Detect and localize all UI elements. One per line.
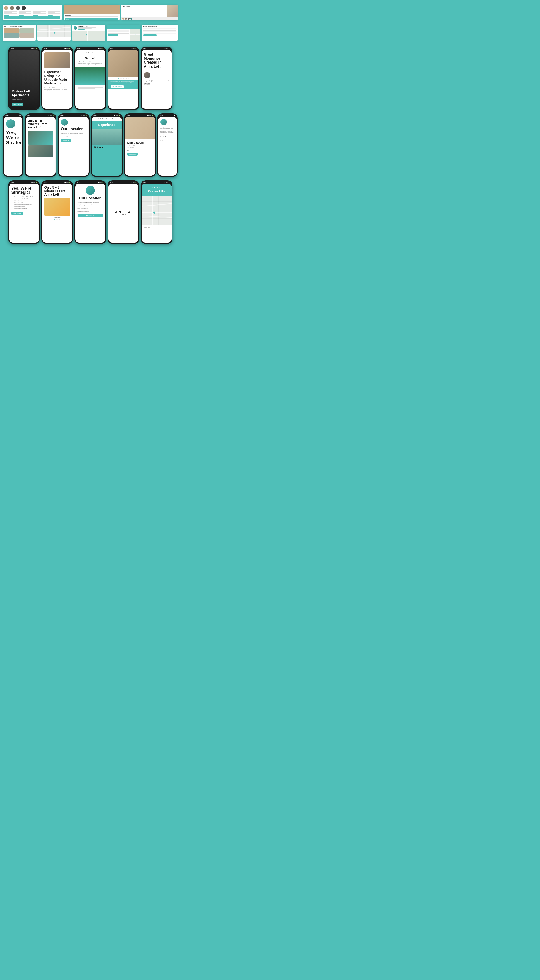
battery-icon: 🔋 [36, 182, 37, 183]
form-field-1[interactable] [108, 30, 129, 31]
phone-notch [19, 180, 29, 182]
phone-notch [86, 46, 95, 48]
btn-line [4, 15, 9, 16]
phone-icons: ▐▐ WiFi 🔋 [147, 115, 153, 116]
contact-submit-btn[interactable] [108, 35, 118, 36]
contact-road-v1 [152, 196, 153, 225]
battery-icon: 🔋 [168, 48, 170, 49]
wifi-icon: WiFi [33, 182, 35, 183]
experience-phone-content: A N I L A L O F T Experience Outdoor [92, 116, 122, 176]
dot-3 [31, 159, 32, 159]
strategic-partial-content: Yes, We're Strategic [4, 116, 22, 176]
signal-icon: ▐▐ [163, 48, 165, 49]
kitchen-btn[interactable]: Book Now [65, 18, 118, 20]
desc-line-1 [65, 16, 118, 17]
text-col-2 [19, 11, 31, 16]
phone-shell-strategic-full: 09:45 ▐▐ WiFi 🔋 Yes, We're Strategic! 30… [8, 180, 40, 244]
text-line [33, 13, 46, 14]
wifi-icon: WiFi [132, 182, 135, 183]
gi-field-1[interactable] [143, 28, 176, 29]
btn-line [33, 15, 38, 16]
dot-active [54, 220, 55, 220]
phone-icons: ▐▐ WiFi 🔋 [97, 48, 103, 49]
lr-feature-1: • Laptop Friendly Workspace [127, 145, 153, 146]
phone-location: 09:45 ▐▐ WiFi 🔋 Our Location Aula Family… [58, 113, 90, 177]
gi-submit-btn[interactable] [143, 35, 156, 36]
gi-field-3[interactable] [143, 31, 176, 32]
kitchen-content: Kitchen Set Book Now [64, 14, 120, 20]
location-full-btn[interactable]: Book Our Loft [78, 214, 103, 217]
map-area [37, 24, 70, 37]
minutes-phone-title: Only 5 – 8 Minutes From Anila Loft [28, 119, 53, 129]
contact-body [107, 29, 140, 41]
living-room-img [125, 116, 155, 139]
our-loft-title: Our Loft [78, 57, 103, 60]
phone-shell-minutes-full: 09:45 ▐▐ WiFi 🔋 Only 5 – 8 Minutes From … [41, 180, 73, 244]
phone-shell-experience-2: 09:45 ▐▐ WiFi 🔋 A N I L A L O F T Experi… [91, 113, 123, 177]
phone-loft: 09:45 ▐▐ WiFi 🔋 Modern Loft Apartments F… [8, 46, 40, 110]
form-field-2[interactable] [108, 31, 129, 32]
location-full-avatar [86, 186, 95, 195]
read-loft-btn[interactable]: Read Your Loft [12, 103, 23, 106]
signal-icon: ▐▐ [97, 48, 99, 49]
phone-time: 09:45 [6, 115, 9, 116]
mem-role: With Colleague [144, 84, 169, 85]
dot-2 [162, 140, 163, 141]
ourloft-header: ANILA LOFT Our Loft The five lofts are i… [75, 50, 105, 67]
contact-anila-brand: ANILA [144, 186, 169, 188]
phone-icons: ▐▐ WiFi 🔋 [130, 48, 136, 49]
small-map [72, 31, 105, 41]
signal-icon: ▐▐ [19, 115, 21, 116]
strat-item-7: 8 mins driving to Canggu Market [14, 208, 37, 209]
gi-field-4[interactable] [143, 33, 176, 34]
battery-icon: 🔋 [152, 115, 153, 116]
contact-map-label: Gusto for Beach [144, 227, 169, 228]
signal-icon: ▐▐ [31, 48, 32, 49]
dot-active [28, 159, 29, 159]
sm-road-v [87, 31, 88, 41]
bedbath-avatars-row [121, 17, 178, 20]
wifi-icon: WiFi [66, 182, 68, 183]
outdoor-title: Outdoor [92, 145, 122, 149]
phone-icons: ▐▐ WiFi 🔋 [130, 182, 136, 183]
battery-icon: 🔋 [119, 115, 120, 116]
ourloft-footer [75, 85, 105, 91]
living-book-btn[interactable]: Book Our Loft [127, 153, 138, 156]
phone-icons: ▐▐ WiFi 🔋 [81, 115, 87, 116]
spec-line-1 [123, 8, 166, 8]
location-title: Our Location [61, 127, 86, 131]
phone-icons: ▐▐ WiFi 🔋 [114, 115, 120, 116]
text-line [48, 13, 61, 14]
map-road-h2 [37, 31, 70, 32]
location-contact-btn[interactable]: Contact Us [61, 139, 72, 142]
phone-experience-2: 09:45 ▐▐ WiFi 🔋 A N I L A L O F T Experi… [91, 113, 123, 177]
contact-map [130, 29, 140, 41]
phone-living: 09:45 ▐▐ WiFi 🔋 Living Room • Laptop Fri… [124, 113, 156, 177]
phone-icons: ▐▐ WiFi 🔋 [97, 182, 103, 183]
phone-icons: ▐▐ WiFi 🔋 [48, 115, 54, 116]
contact-full-map [142, 196, 172, 225]
loft-subtitle: Find your perfect loft [12, 99, 36, 100]
phone-ourloft: 09:45 ▐▐ WiFi 🔋 ANILA LOFT Our Loft The … [75, 46, 106, 110]
minutes-full-dots [45, 219, 70, 221]
wifi-icon: WiFi [166, 48, 168, 49]
phone-time: 09:45 [11, 48, 14, 49]
loc-btn[interactable] [78, 30, 85, 30]
phone-time: 09:45 [77, 48, 80, 49]
strategic-book-btn[interactable]: Book Our Loft [11, 212, 24, 215]
signal-icon: ▐▐ [81, 115, 82, 116]
gi-field-2[interactable] [143, 30, 176, 30]
form-field-3[interactable] [108, 33, 129, 33]
btn-line [48, 15, 53, 16]
see-furniture-btn[interactable]: See Our Furniture [111, 85, 124, 88]
testimonial-avatar [161, 119, 167, 125]
phone-screen-loft: Modern Loft Apartments Find your perfect… [9, 50, 39, 109]
signal-icon: ▐▐ [163, 182, 165, 183]
wifi-icon: WiFi [99, 182, 102, 183]
signal-icon: ▐▐ [48, 115, 49, 116]
phone-notch [152, 46, 161, 48]
avatar-sm-4 [131, 18, 132, 19]
desc-line-3 [65, 18, 118, 18]
phone-shell-contact-full: 09:45 ▐▐ WiFi 🔋 ANILA LOFT Contact Us [141, 180, 172, 244]
location-full-phone: Phone: +62 895-4296-963 [78, 208, 103, 209]
